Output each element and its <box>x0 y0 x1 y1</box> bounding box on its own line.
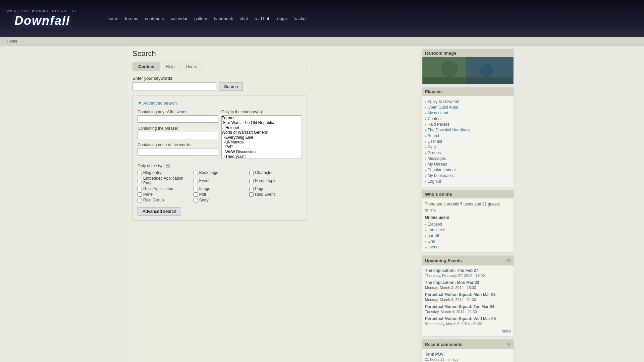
online-user-ghli[interactable]: Ghli <box>428 239 435 244</box>
nav-calendar[interactable]: calendar <box>171 16 187 21</box>
event-2-title[interactable]: Perpetual Motion Squad: Mon Mar 03 <box>425 292 511 297</box>
svg-rect-5 <box>423 77 513 84</box>
type-guildapp-label: Guild Application <box>143 186 173 191</box>
elapsed-link-9: Groups <box>425 150 511 156</box>
online-user-elapsed[interactable]: Elapsed <box>428 222 442 227</box>
type-story-checkbox[interactable] <box>194 198 198 202</box>
tab-content[interactable]: Content <box>133 62 160 71</box>
page-container: Search Content Help Users Enter your key… <box>127 46 517 362</box>
comment-0-time: 21 hours 11 min ago <box>425 357 459 361</box>
online-user-1: Luminaire <box>425 227 511 233</box>
type-poll-checkbox[interactable] <box>194 192 198 197</box>
nav-handbook[interactable]: handbook <box>214 16 233 21</box>
more-events-link[interactable]: more <box>502 329 511 334</box>
elapsed-section: Elapsed Apply to Downfall Open Guild App… <box>422 87 514 187</box>
nav-epgp[interactable]: epgp <box>277 16 287 21</box>
elapsed-link-myunread[interactable]: My Unread <box>428 162 447 167</box>
online-user-luminaire[interactable]: Luminaire <box>428 228 445 232</box>
type-forumtopic-checkbox[interactable] <box>249 179 254 183</box>
logo-subtitle: DROPPIN BOMBS SINCE '04 <box>7 9 78 12</box>
elapsed-link-popular[interactable]: Popular content <box>428 168 456 172</box>
comment-0-title[interactable]: Tank POV <box>425 352 511 357</box>
advanced-toggle-label: Advanced search <box>143 101 177 106</box>
nav-gallery[interactable]: gallery <box>194 16 207 21</box>
search-button[interactable]: Search <box>219 82 243 91</box>
type-embedded-checkbox[interactable] <box>138 179 142 183</box>
online-users-label: Online users <box>425 215 511 220</box>
logo-container: DROPPIN BOMBS SINCE '04 Downfall <box>7 9 78 28</box>
cat-swtor: Star Wars: The Old Republic <box>222 120 302 125</box>
elapsed-link-logout[interactable]: Log out <box>428 179 441 184</box>
nav-home[interactable]: home <box>107 16 118 21</box>
event-4-title[interactable]: Perpetual Motion Squad: Wed Mar 05 <box>425 316 511 321</box>
type-event-checkbox[interactable] <box>194 179 198 183</box>
type-raidevent: Raid Event <box>249 192 302 197</box>
whos-online-section: Who's online There are currently 5 users… <box>422 190 514 253</box>
containing-any-input[interactable] <box>138 115 218 123</box>
type-character-checkbox[interactable] <box>249 171 254 175</box>
type-blog-checkbox[interactable] <box>138 171 142 175</box>
elapsed-link-openguild[interactable]: Open Guild Apps <box>428 105 458 110</box>
recent-comments-body: Tank POV 21 hours 11 min ago Tank POV 21… <box>422 349 514 362</box>
type-image-checkbox[interactable] <box>194 187 198 191</box>
type-story-label: Story <box>199 198 209 202</box>
elapsed-link-search[interactable]: Search <box>428 133 440 138</box>
type-guildapp-checkbox[interactable] <box>138 187 142 191</box>
tab-help[interactable]: Help <box>160 62 180 71</box>
category-select[interactable]: Forums Star Wars: The Old Republic -Holo… <box>221 115 302 159</box>
type-panel-checkbox[interactable] <box>138 192 142 197</box>
nav-contribute[interactable]: contribute <box>145 16 164 21</box>
elapsed-link-handbook[interactable]: The Downfall Handbook <box>428 128 471 132</box>
advanced-grid: Containing any of the words: Containing … <box>138 110 302 159</box>
containing-none-input[interactable] <box>138 148 218 156</box>
elapsed-link-userlist[interactable]: User list <box>428 139 442 144</box>
tab-users[interactable]: Users <box>180 62 203 71</box>
advanced-search-button[interactable]: Advanced search <box>138 207 181 216</box>
comment-0: Tank POV 21 hours 11 min ago <box>425 352 511 362</box>
nav-forums[interactable]: forums <box>125 16 139 21</box>
recent-comments-header: Recent comments ❄ <box>422 340 514 349</box>
recent-comments-section: Recent comments ❄ Tank POV 21 hours 11 m… <box>422 339 514 362</box>
type-bookpage-checkbox[interactable] <box>194 171 198 175</box>
online-text: There are currently 5 users and 21 guest… <box>425 201 511 213</box>
advanced-toggle[interactable]: ▼ Advanced search <box>138 101 302 106</box>
online-user-garreth[interactable]: garreth <box>428 233 440 238</box>
type-forumtopic-label: Forum topic <box>255 178 276 183</box>
elapsed-link-messages[interactable]: Messages <box>428 156 446 161</box>
type-guildapp: Guild Application <box>138 186 190 191</box>
elapsed-link-content[interactable]: Content <box>428 116 442 121</box>
elapsed-link-myaccount[interactable]: My account <box>428 111 448 115</box>
elapsed-link-bookmarks[interactable]: My bookmarks <box>428 173 454 178</box>
breadcrumb-home[interactable]: Home <box>7 39 17 44</box>
event-0-title[interactable]: The Implication: Thu Feb 27 <box>425 268 511 273</box>
containing-phrase-input[interactable] <box>138 132 218 139</box>
nav-raidhub[interactable]: raid hub <box>255 16 270 21</box>
type-poll: Poll <box>194 192 246 197</box>
online-user-saedo[interactable]: saedo <box>428 245 439 249</box>
type-character: Character <box>249 170 302 175</box>
type-raidevent-checkbox[interactable] <box>249 192 254 197</box>
event-3-title[interactable]: Perpetual Motion Squad: Tue Mar 04 <box>425 304 511 309</box>
type-section-label: Only of the type(s): <box>138 164 302 168</box>
containing-none-label: Containing none of the words: <box>138 142 218 147</box>
nav-chat[interactable]: chat <box>240 16 248 21</box>
type-raidgroup-checkbox[interactable] <box>138 198 142 202</box>
upcoming-events-header: Upcoming Events ❄ <box>422 256 514 265</box>
elapsed-link-5: The Downfall Handbook <box>425 127 511 133</box>
nav-tracker[interactable]: tracker <box>293 16 307 21</box>
elapsed-link-groups[interactable]: Groups <box>428 150 441 155</box>
online-user-2: garreth <box>425 233 511 238</box>
page-title: Search <box>132 49 414 58</box>
random-image-placeholder[interactable] <box>422 57 514 84</box>
type-page-checkbox[interactable] <box>249 187 254 191</box>
breadcrumb: Home <box>0 37 644 46</box>
search-input[interactable] <box>132 82 216 91</box>
type-forumtopic: Forum topic <box>249 176 302 185</box>
elapsed-link-apply[interactable]: Apply to Downfall <box>428 99 459 104</box>
event-1-title[interactable]: The Implication: Mon Mar 03 <box>425 280 511 285</box>
elapsed-link-polls[interactable]: Polls <box>428 145 436 149</box>
type-bookpage: Book page <box>194 170 246 175</box>
type-raidevent-label: Raid Event <box>255 192 275 197</box>
containing-none-field: Containing none of the words: <box>138 142 218 156</box>
elapsed-link-raidparses[interactable]: Raid Parses <box>428 122 449 127</box>
